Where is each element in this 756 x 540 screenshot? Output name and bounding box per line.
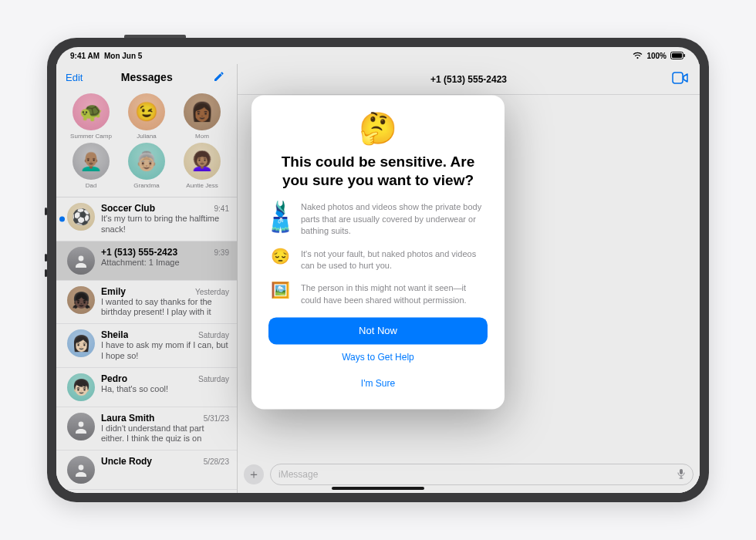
modal-bullet-text: Naked photos and videos show the private… — [301, 202, 488, 238]
modal-bullet-text: It's not your fault, but naked photos an… — [301, 248, 488, 272]
sensitive-content-modal: 🤔 This could be sensitive. Are you sure … — [251, 95, 505, 409]
modal-bullet-icon: 🖼️ — [268, 283, 292, 299]
modal-bullet: 🖼️The person in this might not want it s… — [268, 283, 488, 307]
modal-bullet: 🩱🩳Naked photos and videos show the priva… — [268, 202, 488, 238]
ways-to-get-help-button[interactable]: Ways to Get Help — [268, 344, 488, 370]
screen: 9:41 AM Mon Jun 5 100% Edit Messages — [56, 47, 700, 493]
modal-bullet-text: The person in this might not want it see… — [301, 283, 488, 307]
home-indicator[interactable] — [332, 487, 424, 490]
modal-title: This could be sensitive. Are you sure yo… — [268, 153, 488, 190]
ipad-frame: 9:41 AM Mon Jun 5 100% Edit Messages — [47, 38, 709, 502]
im-sure-button[interactable]: I'm Sure — [268, 370, 488, 397]
modal-bullet: 😔It's not your fault, but naked photos a… — [268, 248, 488, 272]
modal-bullet-icon: 😔 — [268, 248, 292, 264]
thinking-face-icon: 🤔 — [268, 110, 488, 147]
not-now-button[interactable]: Not Now — [268, 317, 488, 344]
modal-bullet-icon: 🩱🩳 — [268, 202, 292, 233]
